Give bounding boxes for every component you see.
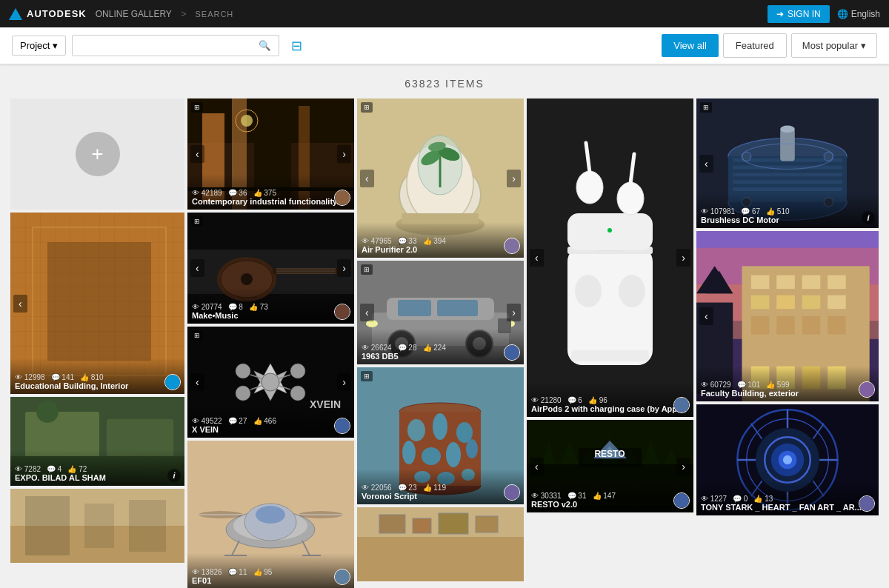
svg-rect-134 xyxy=(733,187,842,191)
list-item[interactable]: ‹ 👁 60729 💬 101 👍 599 Faculty Building, … xyxy=(696,231,879,401)
item-top-icon: ⊞ xyxy=(191,216,203,227)
featured-button[interactable]: Featured xyxy=(723,33,787,58)
autodesk-logo-text: AUTODESK xyxy=(27,8,87,19)
view-count: 👁 13826 xyxy=(192,568,222,576)
list-item[interactable]: ‹ › ⊞ 👁 42189 💬 36 👍 375 Contemporary in… xyxy=(187,98,354,210)
next-arrow[interactable]: › xyxy=(507,304,521,321)
info-button[interactable]: i xyxy=(862,211,875,224)
item-stats: 👁 47965 💬 33 👍 394 xyxy=(362,237,519,245)
info-button[interactable]: i xyxy=(167,469,181,482)
svg-point-89 xyxy=(446,442,461,467)
item-stats: 👁 12998 💬 141 👍 810 xyxy=(15,373,180,381)
list-item[interactable]: ‹ 👁 12998 💬 141 👍 810 Educational Buildi… xyxy=(10,213,184,394)
avatar xyxy=(859,381,875,398)
item-title: AirPods 2 with charging case (by Appl... xyxy=(531,404,689,413)
prev-arrow[interactable]: ‹ xyxy=(530,458,544,475)
comment-count: 💬 0 xyxy=(733,495,748,503)
next-arrow[interactable]: › xyxy=(337,259,351,277)
dropdown-arrow-icon: ▾ xyxy=(53,40,58,51)
prev-arrow[interactable]: ‹ xyxy=(360,170,374,187)
search-input[interactable] xyxy=(73,36,251,56)
item-title: EXPO. BILAD AL SHAM xyxy=(15,473,180,482)
next-arrow[interactable]: › xyxy=(337,373,351,391)
list-item[interactable]: XVEIN ‹ › ⊞ 👁 49522 💬 27 👍 466 X VEIN xyxy=(187,327,354,438)
next-arrow[interactable]: › xyxy=(337,145,351,163)
search-button[interactable]: 🔍 xyxy=(251,36,279,56)
item-overlay: 👁 7282 💬 4 👍 72 EXPO. BILAD AL SHAM xyxy=(10,450,184,486)
list-item[interactable]: 👁 1227 💬 0 👍 13 TONY STARK _ HEART _ FAN… xyxy=(696,404,879,515)
view-all-button[interactable]: View all xyxy=(662,34,719,57)
gallery-label: ONLINE GALLERY xyxy=(96,9,172,19)
item-top-icon: ⊞ xyxy=(191,102,203,113)
add-item-tile[interactable]: + xyxy=(10,98,184,210)
svg-rect-155 xyxy=(751,295,770,309)
svg-rect-135 xyxy=(780,129,795,161)
item-overlay: 👁 12998 💬 141 👍 810 Educational Building… xyxy=(10,358,184,394)
svg-point-49 xyxy=(256,506,285,524)
next-arrow[interactable]: › xyxy=(676,458,690,475)
comment-count: 💬 33 xyxy=(398,237,417,245)
prev-arrow[interactable]: ‹ xyxy=(360,304,374,321)
prev-arrow[interactable]: ‹ xyxy=(190,145,204,163)
project-dropdown-button[interactable]: Project ▾ xyxy=(12,36,66,56)
item-top-icon: ⊞ xyxy=(361,264,373,275)
prev-arrow[interactable]: ‹ xyxy=(699,307,713,325)
item-overlay: 👁 21280 💬 6 👍 96 AirPods 2 with charging… xyxy=(527,381,693,417)
like-count: 👍 224 xyxy=(423,344,446,352)
list-item[interactable]: ‹ › ⊞ 👁 47965 💬 33 👍 394 Air Purifier 2.… xyxy=(357,98,524,258)
like-count: 👍 73 xyxy=(249,303,268,311)
comment-count: 💬 36 xyxy=(228,189,247,197)
list-item[interactable]: RESTO ‹ › 👁 30331 💬 31 👍 147 RESTO v2.0 xyxy=(527,420,693,512)
list-item[interactable]: 👁 7282 💬 4 👍 72 EXPO. BILAD AL SHAM i xyxy=(10,397,184,486)
like-count: 👍 96 xyxy=(588,396,607,404)
like-count: 👍 72 xyxy=(67,465,87,473)
sign-in-button[interactable]: ➔ SIGN IN xyxy=(768,5,830,23)
list-item[interactable] xyxy=(10,489,184,563)
avatar xyxy=(859,495,875,512)
svg-rect-13 xyxy=(129,500,166,552)
list-item[interactable]: ‹ › 👁 21280 💬 6 👍 96 AirPods 2 with char… xyxy=(527,98,693,417)
most-popular-button[interactable]: Most popular ▾ xyxy=(791,33,877,58)
list-item[interactable]: ‹ › ⊞ 👁 26624 💬 28 👍 224 1963 DB5 xyxy=(357,261,524,364)
prev-arrow[interactable]: ‹ xyxy=(13,295,27,313)
search-breadcrumb: SEARCH xyxy=(195,10,233,19)
list-item[interactable] xyxy=(357,507,524,581)
next-arrow[interactable]: › xyxy=(676,249,690,267)
list-item[interactable]: ‹ ⊞ 👁 107981 💬 67 👍 510 Brushless DC Mot… xyxy=(696,98,879,228)
view-count: 👁 30331 xyxy=(531,492,562,500)
next-arrow[interactable]: › xyxy=(507,170,521,187)
svg-rect-133 xyxy=(733,180,842,184)
list-item[interactable]: ‹ › ⊞ 👁 20774 💬 8 👍 73 Make•Music xyxy=(187,213,354,324)
svg-rect-157 xyxy=(802,295,821,309)
svg-point-22 xyxy=(241,115,253,127)
sign-in-label: SIGN IN xyxy=(788,9,821,19)
item-top-icons: ⊞ xyxy=(361,102,373,113)
svg-rect-158 xyxy=(828,295,846,309)
filter-button[interactable]: ⊟ xyxy=(285,35,308,57)
list-item[interactable]: ⊞ 👁 22056 💬 23 👍 119 Voronoi Script xyxy=(357,367,524,504)
gallery-grid: + ‹ 👁 xyxy=(0,98,889,588)
item-overlay: 👁 22056 💬 23 👍 119 Voronoi Script xyxy=(357,469,524,504)
svg-point-84 xyxy=(407,419,425,441)
plus-icon: + xyxy=(91,142,103,166)
gallery-column-5: ‹ ⊞ 👁 107981 💬 67 👍 510 Brushless DC Mot… xyxy=(696,98,879,588)
prev-arrow[interactable]: ‹ xyxy=(190,259,204,277)
item-top-icons: ⊞ xyxy=(361,264,373,275)
item-stats: 👁 107981 💬 67 👍 510 xyxy=(701,207,874,216)
prev-arrow[interactable]: ‹ xyxy=(530,249,544,267)
gallery-column-4: ‹ › 👁 21280 💬 6 👍 96 AirPods 2 with char… xyxy=(527,98,693,588)
autodesk-logo-icon xyxy=(9,8,22,20)
item-overlay: 👁 49522 💬 27 👍 466 X VEIN xyxy=(187,402,354,438)
comment-count: 💬 101 xyxy=(737,381,760,389)
comment-count: 💬 8 xyxy=(228,303,243,311)
svg-rect-154 xyxy=(828,275,846,289)
list-item[interactable]: 👁 13826 💬 11 👍 95 EF01 xyxy=(187,441,354,588)
globe-icon: 🌐 xyxy=(837,9,848,19)
language-button[interactable]: 🌐 English xyxy=(837,9,880,19)
prev-arrow[interactable]: ‹ xyxy=(190,373,204,391)
item-top-icon: ⊞ xyxy=(700,102,712,113)
svg-rect-152 xyxy=(776,275,795,289)
item-top-icons: ⊞ xyxy=(700,102,712,113)
svg-rect-159 xyxy=(751,316,770,335)
prev-arrow[interactable]: ‹ xyxy=(699,155,713,173)
